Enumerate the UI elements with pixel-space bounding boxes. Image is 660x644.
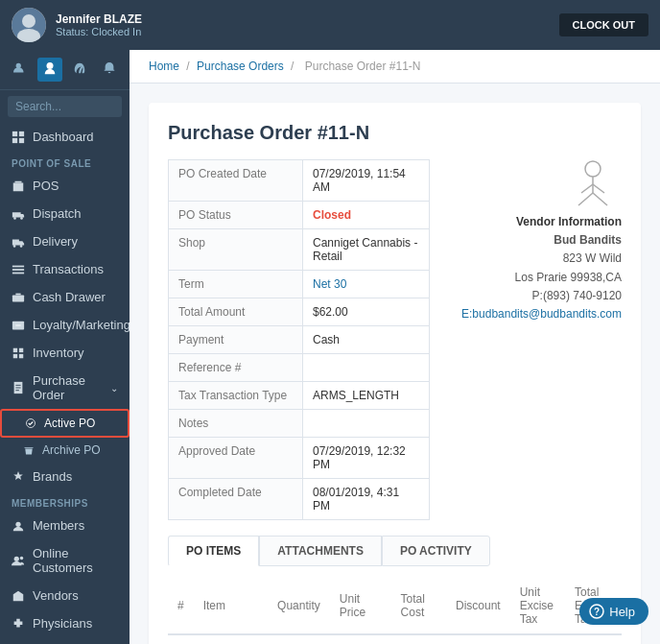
pos-section-label: POINT OF SALE [0, 151, 130, 172]
svg-rect-7 [12, 137, 17, 142]
field-label: PO Created Date [169, 160, 303, 202]
sidebar-item-physicians[interactable]: Physicians [0, 609, 130, 637]
help-label: Help [609, 605, 635, 619]
po-card: Purchase Order #11-N PO Created Date 07/… [149, 103, 641, 644]
sidebar-item-dispatch[interactable]: Dispatch [0, 200, 130, 227]
help-button[interactable]: ? Help [579, 598, 648, 625]
vendor-email: E:budbandits@budbandits.com [449, 305, 622, 323]
sidebar-subitem-archive-po[interactable]: Archive PO [0, 438, 130, 463]
field-label: Shop [169, 229, 303, 271]
svg-point-24 [20, 557, 24, 561]
field-value-status: Closed [303, 202, 430, 229]
main-content: Home / Purchase Orders / Purchase Order … [130, 50, 660, 644]
item-discount: $0 [446, 634, 510, 644]
user-info: Jennifer BLAZE Status: Clocked In [56, 12, 550, 37]
po-details: PO Created Date 07/29/2019, 11:54 AM PO … [168, 159, 430, 520]
sidebar-subitem-active-po[interactable]: Active PO [0, 409, 130, 438]
sidebar-label-delivery: Delivery [33, 234, 78, 249]
sidebar-label-cash-drawer: Cash Drawer [33, 290, 106, 304]
field-value: 07/29/2019, 11:54 AM [303, 160, 430, 202]
col-discount: Discount [446, 578, 510, 634]
field-value [303, 410, 430, 438]
search-input[interactable] [8, 96, 122, 117]
sidebar-item-transactions[interactable]: Transactions [0, 255, 130, 283]
svg-line-34 [593, 184, 604, 193]
sidebar-item-pos[interactable]: POS [0, 172, 130, 200]
po-fields-table: PO Created Date 07/29/2019, 11:54 AM PO … [168, 159, 430, 520]
sidebar-label-purchase-order: Purchase Order [33, 373, 103, 402]
help-icon: ? [589, 604, 604, 619]
sidebar-icon-leaf[interactable] [67, 58, 92, 82]
sidebar-item-inventory[interactable]: Inventory [0, 339, 130, 367]
field-value-link: Net 30 [303, 271, 430, 298]
vendor-city: Los Prarie 99938,CA [449, 269, 622, 287]
sidebar-item-loyalty[interactable]: Loyalty/Marketing ‹ [0, 311, 130, 339]
table-row: Approved Date 07/29/2019, 12:32 PM [169, 438, 430, 479]
sidebar-label-loyalty: Loyalty/Marketing [33, 318, 130, 332]
sidebar-item-cash-drawer[interactable]: Cash Drawer [0, 283, 130, 311]
user-bar: Jennifer BLAZE Status: Clocked In CLOCK … [0, 0, 660, 50]
field-value: 07/29/2019, 12:32 PM [303, 438, 430, 479]
svg-rect-16 [12, 295, 24, 301]
field-value: Cash [303, 326, 430, 354]
svg-line-31 [578, 193, 593, 205]
field-label: Term [169, 271, 303, 298]
sidebar-icon-people[interactable] [8, 58, 33, 82]
sidebar-item-dashboard[interactable]: Dashboard [0, 123, 130, 151]
svg-text:?: ? [594, 607, 600, 617]
item-unit-excise-tax: $1.20 [510, 634, 565, 644]
sidebar-item-delivery[interactable]: Delivery [0, 227, 130, 255]
svg-point-4 [47, 62, 54, 69]
sidebar-label-pos: POS [33, 179, 59, 193]
vendor-name: Bud Bandits [449, 231, 622, 250]
sidebar-label-vendors: Vendors [33, 588, 79, 603]
svg-point-11 [13, 245, 16, 248]
sidebar-item-online-customers[interactable]: Online Customers [0, 539, 130, 582]
field-value: ARMS_LENGTH [303, 382, 430, 410]
po-layout: PO Created Date 07/29/2019, 11:54 AM PO … [168, 159, 622, 520]
sidebar-item-caregivers[interactable]: Caregivers [0, 637, 130, 644]
field-label: Completed Date [169, 479, 303, 520]
field-label: Total Amount [169, 298, 303, 326]
sidebar-item-members[interactable]: Members [0, 512, 130, 539]
svg-rect-8 [19, 137, 24, 142]
svg-point-29 [585, 161, 601, 177]
search-box[interactable] [0, 90, 130, 123]
field-label: PO Status [169, 202, 303, 229]
vendor-phone: P:(893) 740-9120 [449, 287, 622, 305]
col-item: Item [194, 578, 268, 634]
field-label: Tax Transaction Type [169, 382, 303, 410]
clock-out-button[interactable]: CLOCK OUT [559, 13, 648, 36]
tab-po-activity[interactable]: PO ACTIVITY [382, 536, 490, 566]
col-quantity: Quantity [268, 578, 330, 634]
item-name-cell: Ogre Preroll Family FarmsC9CBPR01 [194, 634, 268, 644]
breadcrumb: Home / Purchase Orders / Purchase Order … [130, 50, 660, 83]
tab-attachments[interactable]: ATTACHMENTS [259, 536, 382, 566]
tab-po-items[interactable]: PO ITEMS [168, 536, 259, 566]
breadcrumb-purchase-orders[interactable]: Purchase Orders [197, 60, 284, 73]
sidebar-label-physicians: Physicians [33, 616, 92, 631]
svg-rect-6 [19, 131, 24, 135]
page-content: Purchase Order #11-N PO Created Date 07/… [130, 83, 660, 644]
svg-rect-13 [12, 265, 24, 267]
breadcrumb-sep2: / [291, 60, 297, 73]
field-value: 08/01/2019, 4:31 PM [303, 479, 430, 520]
table-row: Shop Canniget Cannabis -Retail [169, 229, 430, 271]
sidebar-icon-person[interactable] [37, 58, 62, 82]
sidebar-label-transactions: Transactions [33, 262, 104, 276]
svg-point-10 [20, 217, 23, 220]
col-unit-excise-tax: Unit Excise Tax [510, 578, 565, 634]
col-num: # [168, 578, 194, 634]
sidebar-item-purchase-order[interactable]: Purchase Order ⌄ [0, 367, 130, 409]
items-section: # Item Quantity Unit Price Total Cost Di… [168, 578, 622, 644]
breadcrumb-home[interactable]: Home [149, 60, 179, 73]
field-label: Approved Date [169, 438, 303, 479]
sidebar-icon-bell[interactable] [97, 58, 122, 82]
vendor-icon [449, 159, 622, 207]
sidebar-label-dispatch: Dispatch [33, 206, 82, 221]
sidebar-item-brands[interactable]: Brands [0, 463, 130, 490]
field-label: Payment [169, 326, 303, 354]
sidebar-label-brands: Brands [33, 469, 72, 484]
sidebar-item-vendors[interactable]: Vendors [0, 582, 130, 609]
sidebar: Dashboard POINT OF SALE POS Dispatch Del… [0, 50, 130, 644]
